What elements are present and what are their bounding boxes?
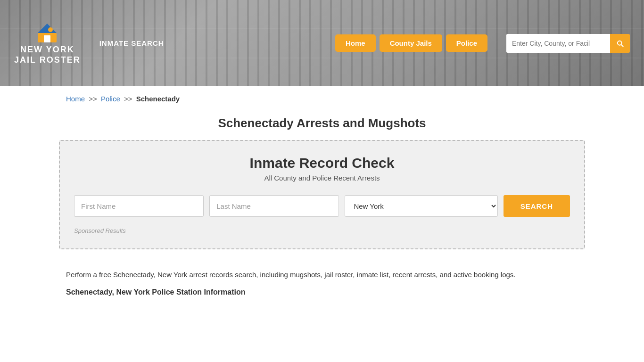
nav-county-jails-button[interactable]: County Jails (380, 34, 442, 52)
breadcrumb-current: Schenectady (136, 95, 180, 103)
breadcrumb: Home >> Police >> Schenectady (0, 86, 644, 111)
sponsored-label: Sponsored Results (74, 227, 570, 234)
page-title: Schenectady Arrests and Mugshots (0, 116, 644, 131)
header-search-input[interactable] (506, 34, 610, 53)
record-check-title: Inmate Record Check (74, 155, 570, 171)
state-select[interactable]: AlabamaAlaskaArizonaArkansasCaliforniaCo… (345, 195, 497, 217)
site-header: NEW YORK JAIL ROSTER INMATE SEARCH Home … (0, 0, 644, 86)
inmate-search-label: INMATE SEARCH (99, 39, 164, 47)
content-para1: Perform a free Schenectady, New York arr… (66, 269, 578, 280)
first-name-input[interactable] (74, 195, 204, 217)
svg-rect-2 (44, 35, 50, 42)
logo-area: NEW YORK JAIL ROSTER (14, 21, 81, 65)
nav-area: Home County Jails Police (335, 34, 487, 52)
svg-marker-1 (38, 24, 57, 33)
svg-point-3 (48, 27, 53, 32)
record-check-subtitle: All County and Police Recent Arrests (74, 174, 570, 182)
record-check-box: Inmate Record Check All County and Polic… (59, 140, 585, 249)
record-check-search-button[interactable]: SEARCH (504, 195, 570, 217)
last-name-input[interactable] (209, 195, 339, 217)
logo-line2: JAIL ROSTER (14, 55, 81, 66)
page-title-area: Schenectady Arrests and Mugshots (0, 111, 644, 140)
breadcrumb-sep2: >> (124, 95, 132, 103)
breadcrumb-police-link[interactable]: Police (101, 95, 120, 103)
search-icon (616, 39, 624, 48)
content-area: Perform a free Schenectady, New York arr… (0, 261, 644, 309)
header-search-area (506, 34, 630, 53)
header-search-button[interactable] (610, 34, 630, 53)
breadcrumb-sep1: >> (89, 95, 97, 103)
record-check-form: AlabamaAlaskaArizonaArkansasCaliforniaCo… (74, 195, 570, 217)
nav-home-button[interactable]: Home (335, 34, 376, 52)
logo-icon (35, 21, 59, 45)
breadcrumb-home-link[interactable]: Home (66, 95, 85, 103)
nav-police-button[interactable]: Police (446, 34, 487, 52)
content-subtitle1: Schenectady, New York Police Station Inf… (66, 288, 578, 296)
logo-line1: NEW YORK (20, 45, 74, 55)
